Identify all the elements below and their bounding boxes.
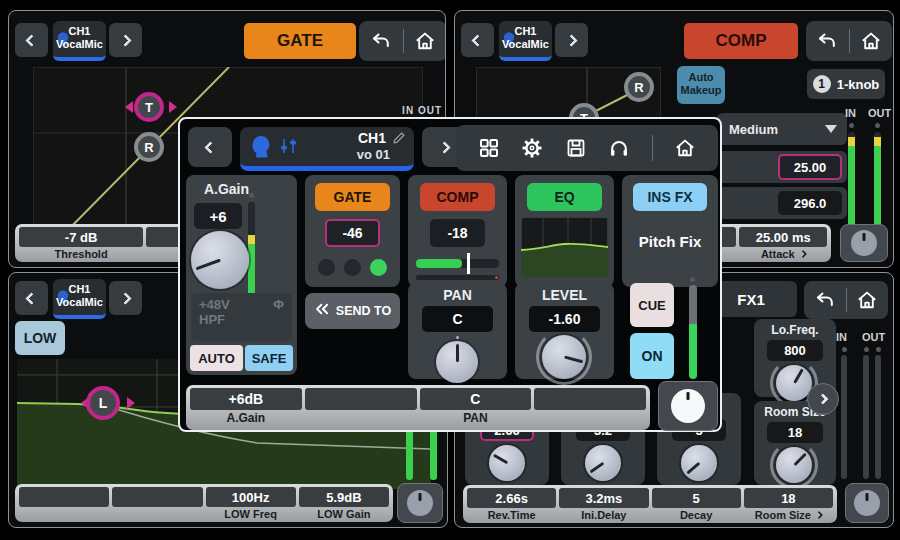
threshold-handle[interactable]: T bbox=[134, 92, 164, 122]
one-knob-button[interactable]: 1 1-knob bbox=[807, 69, 885, 99]
insfx-on-button[interactable]: INS FX bbox=[633, 183, 707, 211]
touch-and-turn-knob-button[interactable] bbox=[845, 483, 889, 523]
gate-on-button[interactable]: GATE bbox=[315, 183, 390, 211]
touch-and-turn-knob-button[interactable] bbox=[397, 483, 443, 523]
meter-heading: IN OUT bbox=[402, 105, 442, 116]
meter-peak-dot bbox=[690, 277, 695, 282]
channel-select-button[interactable]: CH1 vo 01 bbox=[240, 127, 414, 171]
comp-type-select[interactable]: Medium bbox=[717, 113, 847, 145]
safe-button[interactable]: SAFE bbox=[245, 345, 293, 371]
comp-param-row[interactable]: 296.0 bbox=[717, 187, 847, 219]
footer-cell[interactable]: 18Room Size bbox=[744, 488, 833, 522]
level-knob[interactable] bbox=[542, 335, 586, 379]
footer-cell[interactable]: 3.2msIni.Delay bbox=[559, 488, 648, 522]
channel-select-button[interactable]: CH1 VocalMic bbox=[53, 279, 106, 319]
insfx-effect-name[interactable]: Pitch Fix bbox=[622, 233, 718, 250]
gate-threshold-value[interactable]: -46 bbox=[325, 219, 380, 247]
pan-knob[interactable] bbox=[436, 341, 478, 383]
save-icon[interactable] bbox=[565, 137, 587, 159]
prev-channel-button[interactable] bbox=[15, 23, 48, 57]
channel-on-button[interactable]: ON bbox=[630, 333, 674, 379]
gate-title-button[interactable]: GATE bbox=[244, 23, 356, 59]
home-icon[interactable] bbox=[856, 289, 878, 311]
footer-cell[interactable]: 5.9dBLOW Gain bbox=[299, 487, 389, 521]
headphones-icon[interactable] bbox=[608, 137, 630, 159]
decay-knob[interactable] bbox=[681, 445, 717, 481]
comp-param-row[interactable]: 25.00 bbox=[717, 151, 847, 183]
prev-channel-button[interactable] bbox=[188, 127, 232, 167]
param-value[interactable]: 800 bbox=[767, 340, 823, 361]
grid-menu-icon[interactable] bbox=[478, 137, 500, 159]
again-knob[interactable] bbox=[191, 231, 249, 289]
comp-ratio-handle[interactable]: R bbox=[624, 72, 654, 102]
gear-icon[interactable] bbox=[521, 137, 543, 159]
undo-icon[interactable] bbox=[370, 30, 392, 52]
touch-and-turn-knob-button[interactable] bbox=[840, 224, 888, 262]
undo-icon[interactable] bbox=[814, 289, 836, 311]
eq-band-low-button[interactable]: LOW bbox=[15, 321, 65, 355]
footer-cell[interactable]: CPAN bbox=[420, 388, 532, 429]
comp-on-button[interactable]: COMP bbox=[420, 183, 495, 211]
prev-channel-button[interactable] bbox=[461, 23, 494, 57]
footer-cell[interactable]: -7 dBThreshold bbox=[19, 227, 143, 261]
next-channel-button[interactable] bbox=[555, 23, 588, 57]
comp-param-value[interactable]: 296.0 bbox=[778, 191, 842, 215]
footer-cell[interactable]: 2.66sRev.Time bbox=[467, 488, 556, 522]
pan-center-dot bbox=[456, 336, 459, 339]
footer-cell[interactable] bbox=[305, 388, 417, 429]
meter-peak-dot bbox=[842, 347, 847, 352]
eq-mini-graph[interactable] bbox=[521, 217, 608, 277]
pan-value[interactable]: C bbox=[422, 306, 493, 332]
channel-strip-overlay: CH1 vo 01 A.Gain +6 +48VΦ HPF AUTO SAFE bbox=[178, 117, 722, 432]
eq-on-button[interactable]: EQ bbox=[527, 183, 602, 211]
channel-select-button[interactable]: CH1 VocalMic bbox=[499, 21, 552, 61]
comp-threshold-value[interactable]: -18 bbox=[430, 219, 485, 247]
more-params-button[interactable] bbox=[807, 383, 839, 415]
home-icon[interactable] bbox=[674, 137, 696, 159]
auto-makeup-button[interactable]: Auto Makeup bbox=[677, 66, 725, 104]
phantom-label[interactable]: +48V bbox=[199, 297, 230, 312]
divider bbox=[403, 29, 404, 53]
range-handle[interactable]: R bbox=[134, 132, 164, 162]
touch-and-turn-knob-button[interactable] bbox=[658, 381, 718, 431]
comp-title-button[interactable]: COMP bbox=[684, 23, 798, 59]
chevron-left-icon bbox=[25, 34, 38, 47]
low-band-handle[interactable]: L bbox=[86, 386, 120, 420]
fader-icon bbox=[280, 138, 298, 158]
next-channel-button[interactable] bbox=[109, 23, 142, 57]
undo-icon[interactable] bbox=[816, 30, 838, 52]
led-off bbox=[318, 259, 335, 276]
roomsize-knob[interactable] bbox=[776, 447, 812, 483]
footer-cell[interactable]: +6dBA.Gain bbox=[190, 388, 302, 429]
channel-select-button[interactable]: CH1 VocalMic bbox=[53, 21, 106, 61]
edit-pencil-icon[interactable] bbox=[392, 131, 406, 149]
home-icon[interactable] bbox=[860, 30, 882, 52]
in-meter bbox=[848, 132, 855, 232]
insfx-card: INS FX Pitch Fix bbox=[622, 175, 718, 287]
phantom-hpf-box[interactable]: +48VΦ HPF bbox=[191, 293, 292, 341]
send-to-button[interactable]: SEND TO bbox=[305, 293, 400, 329]
auto-button[interactable]: AUTO bbox=[190, 345, 243, 371]
next-channel-button[interactable] bbox=[109, 281, 142, 315]
cue-button[interactable]: CUE bbox=[630, 283, 674, 327]
prev-channel-button[interactable] bbox=[15, 281, 48, 315]
footer-cell[interactable] bbox=[534, 388, 646, 429]
footer-cell[interactable] bbox=[19, 487, 109, 521]
footer-cell[interactable] bbox=[112, 487, 202, 521]
footer-cell[interactable]: 100HzLOW Freq bbox=[206, 487, 296, 521]
inidelay-knob[interactable] bbox=[585, 445, 621, 481]
eq-card: EQ bbox=[515, 175, 614, 287]
meter-out-label: OUT bbox=[868, 107, 891, 119]
revtime-knob[interactable] bbox=[489, 445, 525, 481]
again-value[interactable]: +6 bbox=[194, 203, 242, 229]
hpf-label[interactable]: HPF bbox=[199, 312, 284, 327]
comp-param-value[interactable]: 25.00 bbox=[778, 154, 842, 180]
footer-cell[interactable]: 25.00 msAttack bbox=[739, 227, 827, 261]
param-value[interactable]: 18 bbox=[767, 422, 823, 443]
phase-label[interactable]: Φ bbox=[273, 297, 284, 312]
chevron-right-icon bbox=[815, 510, 823, 518]
footer-cell[interactable]: 5Decay bbox=[652, 488, 741, 522]
home-icon[interactable] bbox=[414, 30, 436, 52]
comp-gain-slider[interactable] bbox=[416, 259, 499, 268]
comp-card: COMP -18 bbox=[408, 175, 507, 287]
